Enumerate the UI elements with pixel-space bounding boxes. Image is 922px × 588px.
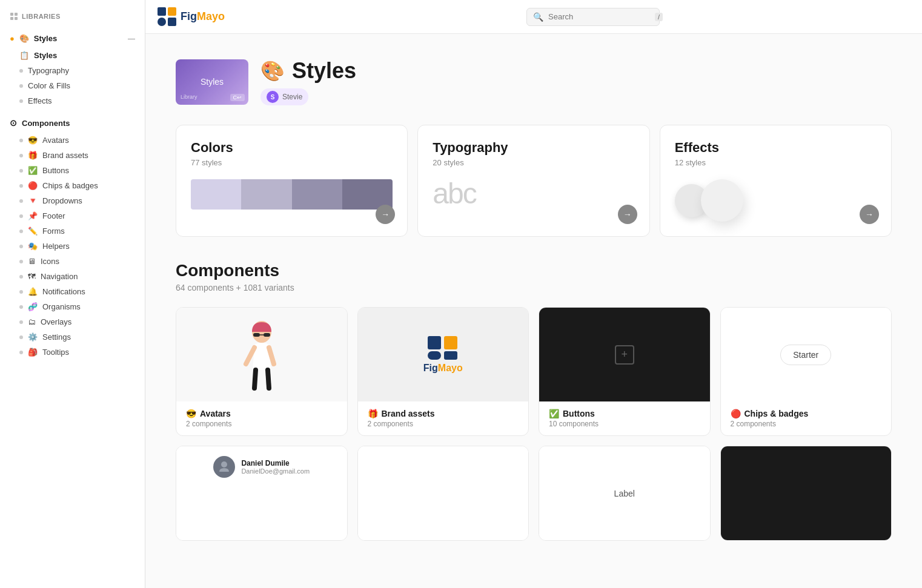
effects-card[interactable]: Effects 12 styles → bbox=[660, 125, 892, 237]
section-title: Components bbox=[176, 261, 892, 280]
sidebar-item-brand-assets[interactable]: 🎁 Brand assets bbox=[0, 148, 145, 163]
avatars-card-info: 😎 Avatars 2 components bbox=[176, 401, 347, 435]
dark-card-preview bbox=[721, 446, 892, 540]
svg-rect-0 bbox=[10, 13, 13, 16]
effects-card-subtitle: 12 styles bbox=[675, 158, 877, 167]
sidebar-header: LIBRARIES bbox=[0, 0, 145, 27]
svg-rect-7 bbox=[168, 18, 176, 26]
styles-book-icon: 📋 bbox=[19, 51, 29, 60]
sidebar-group-styles[interactable]: ● 🎨 Styles — bbox=[0, 29, 145, 48]
dot-icon bbox=[19, 260, 23, 263]
sidebar-item-dropdowns[interactable]: 🔻 Dropdowns bbox=[0, 193, 145, 208]
label-preview: Label bbox=[539, 446, 710, 540]
sidebar-item-effects[interactable]: Effects bbox=[0, 93, 145, 108]
buttons-preview: + bbox=[539, 308, 710, 401]
brand-assets-name: 🎁 Brand assets bbox=[368, 409, 519, 418]
button-add-icon: + bbox=[615, 345, 634, 365]
component-card-label[interactable]: Label bbox=[539, 446, 711, 541]
avatars-preview bbox=[176, 308, 347, 401]
chips-count: 2 components bbox=[731, 420, 882, 428]
page-title: Styles bbox=[292, 58, 356, 84]
component-card-profile[interactable]: Daniel Dumile DanielDoe@gmail.com bbox=[176, 446, 348, 541]
main-area: FigMayo 🔍 / Styles Library C↩ bbox=[145, 0, 922, 588]
page-thumbnail: Styles Library C↩ bbox=[176, 59, 248, 105]
dot-icon bbox=[19, 320, 23, 324]
component-card-buttons[interactable]: + ✅ Buttons 10 components bbox=[539, 307, 711, 436]
page-info: 🎨 Styles S Stevie bbox=[260, 58, 356, 105]
buttons-count: 10 components bbox=[549, 420, 700, 428]
sidebar-item-organisms[interactable]: 🧬 Organisms bbox=[0, 299, 145, 314]
figmayo-logo-preview: FigMayo bbox=[423, 336, 463, 374]
page-header: Styles Library C↩ 🎨 Styles S Stevie bbox=[176, 58, 892, 105]
svg-rect-4 bbox=[158, 7, 166, 16]
sidebar-item-icons[interactable]: 🖥 Icons bbox=[0, 254, 145, 269]
svg-rect-12 bbox=[428, 336, 441, 349]
chip-starter: Starter bbox=[780, 345, 831, 365]
typography-card[interactable]: Typography 20 styles abc → bbox=[417, 125, 649, 237]
profile-text: Daniel Dumile DanielDoe@gmail.com bbox=[241, 459, 310, 475]
effects-card-title: Effects bbox=[675, 140, 877, 156]
brand-assets-preview: FigMayo bbox=[358, 308, 529, 401]
dot-icon bbox=[19, 169, 23, 173]
dot-icon bbox=[19, 335, 23, 339]
dot-icon bbox=[19, 275, 23, 279]
sidebar-item-settings[interactable]: ⚙️ Settings bbox=[0, 329, 145, 345]
component-card-dark[interactable] bbox=[720, 446, 892, 541]
svg-rect-14 bbox=[444, 336, 457, 349]
sidebar-item-overlays[interactable]: 🗂 Overlays bbox=[0, 314, 145, 329]
svg-rect-5 bbox=[158, 18, 166, 26]
svg-rect-9 bbox=[253, 333, 260, 337]
svg-rect-1 bbox=[15, 13, 18, 16]
profile-avatar-icon bbox=[213, 456, 235, 478]
search-bar[interactable]: 🔍 / bbox=[526, 8, 660, 26]
effects-card-arrow[interactable]: → bbox=[860, 205, 879, 224]
sidebar-item-avatars[interactable]: 😎 Avatars bbox=[0, 133, 145, 148]
component-card-brand-assets[interactable]: FigMayo 🎁 Brand assets 2 components bbox=[357, 307, 529, 436]
sidebar-item-footer[interactable]: 📌 Footer bbox=[0, 208, 145, 223]
search-icon: 🔍 bbox=[533, 12, 543, 22]
sidebar-item-forms[interactable]: ✏️ Forms bbox=[0, 223, 145, 239]
svg-rect-2 bbox=[10, 17, 13, 20]
color-swatch-2 bbox=[241, 179, 291, 210]
component-card-chips-badges[interactable]: Starter 🔴 Chips & badges 2 components bbox=[720, 307, 892, 436]
sidebar-item-color-fills[interactable]: Color & Fills bbox=[0, 78, 145, 93]
component-card-avatars[interactable]: 😎 Avatars 2 components bbox=[176, 307, 348, 436]
sidebar-item-notifications[interactable]: 🔔 Notifications bbox=[0, 284, 145, 299]
logo: FigMayo bbox=[158, 7, 267, 27]
styles-group-icon: 🎨 bbox=[19, 34, 29, 43]
colors-card[interactable]: Colors 77 styles → bbox=[176, 125, 408, 237]
svg-rect-3 bbox=[15, 17, 18, 20]
sidebar-item-typography[interactable]: Typography bbox=[0, 63, 145, 78]
components-grid: 😎 Avatars 2 components bbox=[176, 307, 892, 436]
avatars-count: 2 components bbox=[186, 420, 337, 428]
search-shortcut: / bbox=[655, 13, 663, 21]
logo-text: FigMayo bbox=[181, 10, 225, 23]
dot-icon bbox=[19, 99, 23, 103]
sidebar-item-helpers[interactable]: 🎭 Helpers bbox=[0, 239, 145, 254]
author-name: Stevie bbox=[282, 93, 302, 101]
collapse-icon[interactable]: — bbox=[128, 35, 135, 43]
typography-card-arrow[interactable]: → bbox=[618, 205, 637, 224]
sidebar-item-tooltips[interactable]: 🎒 Tooltips bbox=[0, 345, 145, 360]
svg-rect-10 bbox=[264, 333, 270, 337]
sidebar-group-components[interactable]: ⊙ Components bbox=[0, 113, 145, 133]
sidebar-item-buttons[interactable]: ✅ Buttons bbox=[0, 163, 145, 178]
effects-preview bbox=[675, 179, 877, 222]
dot-icon bbox=[19, 139, 23, 142]
svg-rect-13 bbox=[428, 351, 441, 360]
logo-icon bbox=[158, 7, 177, 27]
sidebar-item-chips-badges[interactable]: 🔴 Chips & badges bbox=[0, 178, 145, 193]
dot-icon bbox=[19, 290, 23, 294]
colors-card-arrow[interactable]: → bbox=[376, 205, 395, 224]
chips-card-info: 🔴 Chips & badges 2 components bbox=[721, 401, 892, 435]
label-text: Label bbox=[614, 489, 635, 498]
chips-name: 🔴 Chips & badges bbox=[731, 409, 882, 418]
dot-icon bbox=[19, 214, 23, 218]
sidebar-item-navigation[interactable]: 🗺 Navigation bbox=[0, 269, 145, 284]
colors-preview bbox=[191, 179, 393, 210]
component-card-dropdown[interactable] bbox=[357, 446, 529, 541]
topbar: FigMayo 🔍 / bbox=[145, 0, 922, 34]
svg-rect-6 bbox=[168, 7, 176, 16]
search-input[interactable] bbox=[548, 12, 650, 21]
sidebar-item-styles-main[interactable]: 📋 Styles bbox=[0, 48, 145, 63]
